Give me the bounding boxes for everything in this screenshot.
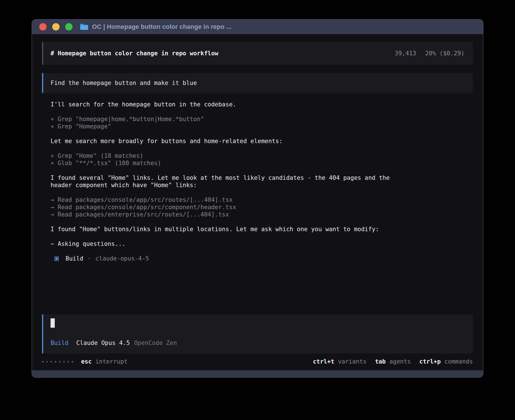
hint-esc-interrupt: esc interrupt [81, 358, 128, 365]
tool-call-line: ∗ Grep "Home" (18 matches) [51, 152, 473, 159]
commands-label: commands [444, 358, 473, 365]
folder-icon [80, 23, 88, 30]
agents-label: agents [389, 358, 411, 365]
status-bar: esc interrupt ctrl+t variants tab agents… [42, 357, 473, 366]
session-title: # Homepage button color change in repo w… [51, 50, 218, 57]
assistant-status-line: ~ Asking questions... [51, 240, 473, 248]
tool-call-line: → Read packages/enterprise/src/routes/[.… [51, 211, 473, 218]
window-title: OC | Homepage button color change in rep… [92, 23, 232, 30]
transcript: I'll search for the homepage button in t… [42, 101, 473, 262]
terminal-window: OC | Homepage button color change in rep… [32, 19, 483, 378]
ctrl-t-key: ctrl+t [313, 358, 334, 365]
token-count: 39,413 [395, 50, 416, 57]
user-message-text: Find the homepage button and make it blu… [51, 79, 197, 87]
hint-variants: ctrl+t variants [313, 358, 366, 365]
variants-label: variants [338, 358, 366, 365]
input-agent-label: Build [51, 339, 68, 347]
ctrl-p-key: ctrl+p [419, 358, 441, 365]
input-provider-label: OpenCode Zen [134, 339, 177, 347]
tool-call-line: ∗ Glob "**/*.tsx" (100 matches) [51, 159, 473, 167]
assistant-message-line: Let me search more broadly for buttons a… [51, 137, 473, 145]
session-stats: 39,413 20% ($0.29) [395, 50, 464, 57]
minimize-button[interactable] [52, 23, 60, 30]
tool-call-line: ∗ Grep "Homepage" [51, 123, 473, 130]
tool-call-line: ∗ Grep "homepage|home.*button|Home.*butt… [51, 115, 473, 123]
model-name: claude-opus-4-5 [95, 255, 149, 262]
agent-name: Build [66, 255, 83, 262]
session-header: # Homepage button color change in repo w… [42, 42, 473, 65]
tool-call-line: → Read packages/console/app/src/componen… [51, 204, 473, 211]
titlebar: OC | Homepage button color change in rep… [32, 19, 483, 34]
message-input[interactable]: Build Claude Opus 4.5 OpenCode Zen [42, 314, 473, 353]
assistant-message-line: I'll search for the homepage button in t… [51, 101, 473, 108]
traffic-lights [39, 23, 73, 30]
progress-dots-icon [42, 361, 73, 362]
agent-build-icon [54, 257, 59, 261]
hint-commands: ctrl+p commands [419, 358, 473, 365]
zoom-button[interactable] [65, 23, 73, 30]
hint-agents: tab agents [375, 358, 411, 365]
esc-key: esc [81, 358, 92, 365]
input-model-row: Build Claude Opus 4.5 OpenCode Zen [51, 339, 466, 347]
agent-model-row: Build · claude-opus-4-5 [51, 255, 473, 262]
assistant-message-line: I found several "Home" links. Let me loo… [51, 174, 473, 189]
context-usage: 20% ($0.29) [425, 50, 464, 57]
assistant-message-line: I found "Home" buttons/links in multiple… [51, 226, 473, 233]
separator-dot: · [88, 255, 91, 262]
input-model-label: Claude Opus 4.5 [76, 339, 130, 347]
text-cursor [51, 318, 55, 328]
terminal-content: # Homepage button color change in repo w… [32, 34, 483, 370]
esc-label: interrupt [95, 358, 128, 365]
tab-key: tab [375, 358, 386, 365]
window-bottom-edge [32, 370, 483, 377]
status-shortcuts: ctrl+t variants tab agents ctrl+p comman… [313, 358, 473, 365]
tool-call-line: → Read packages/console/app/src/routes/[… [51, 196, 473, 204]
user-message: Find the homepage button and make it blu… [42, 73, 473, 93]
close-button[interactable] [39, 23, 47, 30]
